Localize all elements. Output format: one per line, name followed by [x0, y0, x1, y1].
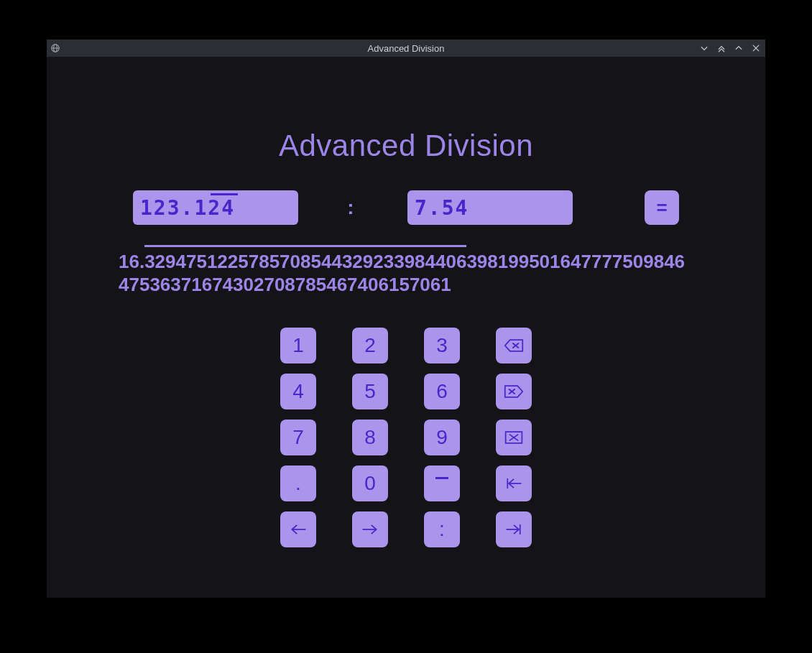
key-3[interactable]: 3	[424, 328, 460, 363]
key-clear[interactable]	[496, 420, 532, 455]
key-home[interactable]	[496, 466, 532, 501]
close-icon[interactable]	[749, 42, 762, 55]
app-icon	[47, 40, 64, 57]
maximize-icon[interactable]	[732, 42, 745, 55]
window-title: Advanced Division	[47, 43, 765, 54]
result-text: 16.3294751225785708544329233984406398199…	[119, 251, 685, 295]
key-delete-forward[interactable]	[496, 374, 532, 409]
key-vinculum[interactable]	[424, 466, 460, 501]
app-window: Advanced Division Advanced Division 123.…	[47, 40, 765, 598]
client-area: Advanced Division 123.124 : 7.54 = 16.32…	[47, 57, 765, 547]
result-display: 16.3294751225785708544329233984406398199…	[119, 251, 693, 296]
dividend-vinculum	[211, 193, 238, 195]
result-vinculum	[144, 245, 466, 247]
key-0[interactable]: 0	[352, 466, 388, 501]
divisor-value: 7.54	[415, 196, 469, 220]
clear-icon	[504, 430, 524, 445]
arrow-right-icon	[360, 522, 380, 537]
key-9[interactable]: 9	[424, 420, 460, 455]
key-1[interactable]: 1	[280, 328, 316, 363]
delete-forward-icon	[504, 384, 524, 399]
divisor-input[interactable]: 7.54	[407, 190, 573, 225]
backspace-icon	[504, 338, 524, 353]
restore-up-icon[interactable]	[715, 42, 728, 55]
end-icon	[504, 522, 524, 537]
key-5[interactable]: 5	[352, 374, 388, 409]
titlebar: Advanced Division	[47, 40, 765, 57]
key-end[interactable]	[496, 511, 532, 547]
key-4[interactable]: 4	[280, 374, 316, 409]
key-6[interactable]: 6	[424, 374, 460, 409]
window-controls	[698, 42, 765, 55]
key-colon[interactable]: :	[424, 511, 460, 547]
key-dot[interactable]: .	[280, 466, 316, 501]
dividend-value: 123.124	[140, 196, 235, 220]
input-row: 123.124 : 7.54 =	[47, 190, 765, 225]
division-operator: :	[298, 196, 407, 219]
arrow-left-icon	[288, 522, 308, 537]
key-right[interactable]	[352, 511, 388, 547]
dividend-input[interactable]: 123.124	[133, 190, 298, 225]
key-7[interactable]: 7	[280, 420, 316, 455]
keypad: 1 2 3 4 5 6 7	[47, 328, 765, 547]
overline-icon	[435, 477, 448, 479]
key-8[interactable]: 8	[352, 420, 388, 455]
home-icon	[504, 476, 524, 491]
equals-button[interactable]: =	[645, 190, 679, 225]
app-heading: Advanced Division	[47, 129, 765, 163]
key-backspace[interactable]	[496, 328, 532, 363]
dropdown-icon[interactable]	[698, 42, 711, 55]
key-2[interactable]: 2	[352, 328, 388, 363]
key-left[interactable]	[280, 511, 316, 547]
